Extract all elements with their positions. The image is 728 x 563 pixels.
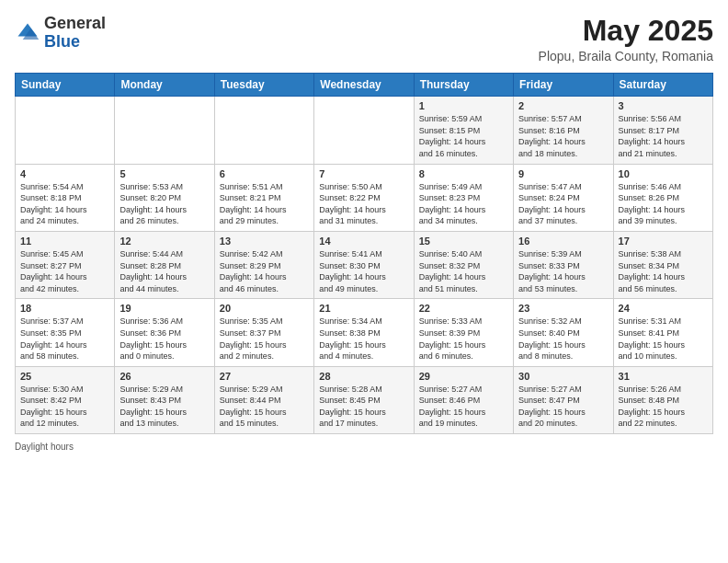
day-number: 28 (319, 371, 408, 382)
day-number: 21 (319, 303, 408, 314)
calendar-cell: 12Sunrise: 5:44 AM Sunset: 8:28 PM Dayli… (115, 231, 214, 298)
day-number: 16 (518, 236, 608, 247)
calendar-table: SundayMondayTuesdayWednesdayThursdayFrid… (15, 73, 713, 434)
calendar-cell (214, 97, 313, 164)
calendar-cell: 15Sunrise: 5:40 AM Sunset: 8:32 PM Dayli… (414, 231, 513, 298)
day-info: Sunrise: 5:28 AM Sunset: 8:45 PM Dayligh… (319, 384, 408, 430)
page: General Blue May 2025 Plopu, Braila Coun… (0, 0, 728, 463)
calendar-cell: 28Sunrise: 5:28 AM Sunset: 8:45 PM Dayli… (314, 366, 414, 433)
weekday-header-monday: Monday (115, 74, 214, 97)
logo-general-text: General (44, 14, 106, 32)
day-number: 2 (518, 100, 608, 111)
weekday-header-wednesday: Wednesday (314, 74, 414, 97)
title-block: May 2025 Plopu, Braila County, Romania (539, 15, 713, 63)
day-number: 17 (619, 236, 708, 247)
calendar-cell: 20Sunrise: 5:35 AM Sunset: 8:37 PM Dayli… (214, 299, 313, 366)
day-info: Sunrise: 5:49 AM Sunset: 8:23 PM Dayligh… (419, 181, 508, 227)
day-number: 3 (619, 100, 708, 111)
day-number: 31 (619, 371, 708, 382)
day-info: Sunrise: 5:36 AM Sunset: 8:36 PM Dayligh… (119, 316, 209, 362)
day-info: Sunrise: 5:32 AM Sunset: 8:40 PM Dayligh… (518, 316, 608, 362)
day-number: 19 (119, 303, 209, 314)
calendar-cell: 21Sunrise: 5:34 AM Sunset: 8:38 PM Dayli… (314, 299, 414, 366)
day-number: 8 (419, 168, 508, 179)
calendar-cell (314, 97, 414, 164)
calendar-cell: 3Sunrise: 5:56 AM Sunset: 8:17 PM Daylig… (613, 97, 712, 164)
footer: Daylight hours (15, 442, 713, 452)
weekday-header-thursday: Thursday (414, 74, 513, 97)
header: General Blue May 2025 Plopu, Braila Coun… (15, 15, 713, 63)
calendar-week-row: 11Sunrise: 5:45 AM Sunset: 8:27 PM Dayli… (16, 231, 713, 298)
day-number: 10 (619, 168, 708, 179)
day-number: 26 (119, 371, 209, 382)
calendar-cell: 4Sunrise: 5:54 AM Sunset: 8:18 PM Daylig… (16, 164, 115, 231)
day-info: Sunrise: 5:40 AM Sunset: 8:32 PM Dayligh… (419, 248, 508, 294)
calendar-cell: 9Sunrise: 5:47 AM Sunset: 8:24 PM Daylig… (514, 164, 613, 231)
calendar-cell: 7Sunrise: 5:50 AM Sunset: 8:22 PM Daylig… (314, 164, 414, 231)
day-info: Sunrise: 5:56 AM Sunset: 8:17 PM Dayligh… (619, 113, 708, 159)
day-info: Sunrise: 5:31 AM Sunset: 8:41 PM Dayligh… (619, 316, 708, 362)
day-info: Sunrise: 5:27 AM Sunset: 8:47 PM Dayligh… (518, 384, 608, 430)
day-number: 30 (518, 371, 608, 382)
calendar-cell: 25Sunrise: 5:30 AM Sunset: 8:42 PM Dayli… (16, 366, 115, 433)
day-number: 7 (319, 168, 408, 179)
day-info: Sunrise: 5:38 AM Sunset: 8:34 PM Dayligh… (619, 248, 708, 294)
weekday-header-sunday: Sunday (16, 74, 115, 97)
day-info: Sunrise: 5:41 AM Sunset: 8:30 PM Dayligh… (319, 248, 408, 294)
calendar-cell: 10Sunrise: 5:46 AM Sunset: 8:26 PM Dayli… (613, 164, 712, 231)
calendar-cell: 8Sunrise: 5:49 AM Sunset: 8:23 PM Daylig… (414, 164, 513, 231)
day-info: Sunrise: 5:50 AM Sunset: 8:22 PM Dayligh… (319, 181, 408, 227)
subtitle: Plopu, Braila County, Romania (539, 49, 713, 63)
day-info: Sunrise: 5:42 AM Sunset: 8:29 PM Dayligh… (220, 248, 309, 294)
logo-blue-text: Blue (44, 32, 80, 51)
weekday-header-friday: Friday (514, 74, 613, 97)
calendar-cell: 17Sunrise: 5:38 AM Sunset: 8:34 PM Dayli… (613, 231, 712, 298)
day-info: Sunrise: 5:47 AM Sunset: 8:24 PM Dayligh… (518, 181, 608, 227)
day-info: Sunrise: 5:53 AM Sunset: 8:20 PM Dayligh… (119, 181, 209, 227)
day-info: Sunrise: 5:37 AM Sunset: 8:35 PM Dayligh… (20, 316, 109, 362)
day-number: 18 (20, 303, 109, 314)
day-number: 4 (20, 168, 109, 179)
calendar-cell: 31Sunrise: 5:26 AM Sunset: 8:48 PM Dayli… (613, 366, 712, 433)
logo: General Blue (15, 15, 106, 52)
calendar-week-row: 4Sunrise: 5:54 AM Sunset: 8:18 PM Daylig… (16, 164, 713, 231)
day-number: 11 (20, 236, 109, 247)
day-number: 29 (419, 371, 508, 382)
calendar-cell: 19Sunrise: 5:36 AM Sunset: 8:36 PM Dayli… (115, 299, 214, 366)
day-number: 6 (220, 168, 309, 179)
day-number: 22 (419, 303, 508, 314)
daylight-hours-label: Daylight hours (15, 442, 74, 452)
weekday-header-tuesday: Tuesday (214, 74, 313, 97)
day-info: Sunrise: 5:59 AM Sunset: 8:15 PM Dayligh… (419, 113, 508, 159)
calendar-cell: 16Sunrise: 5:39 AM Sunset: 8:33 PM Dayli… (514, 231, 613, 298)
calendar-cell: 14Sunrise: 5:41 AM Sunset: 8:30 PM Dayli… (314, 231, 414, 298)
calendar-cell: 1Sunrise: 5:59 AM Sunset: 8:15 PM Daylig… (414, 97, 513, 164)
calendar-cell: 11Sunrise: 5:45 AM Sunset: 8:27 PM Dayli… (16, 231, 115, 298)
calendar-cell: 6Sunrise: 5:51 AM Sunset: 8:21 PM Daylig… (214, 164, 313, 231)
day-info: Sunrise: 5:27 AM Sunset: 8:46 PM Dayligh… (419, 384, 508, 430)
day-info: Sunrise: 5:51 AM Sunset: 8:21 PM Dayligh… (220, 181, 309, 227)
day-number: 23 (518, 303, 608, 314)
calendar-cell: 13Sunrise: 5:42 AM Sunset: 8:29 PM Dayli… (214, 231, 313, 298)
day-info: Sunrise: 5:45 AM Sunset: 8:27 PM Dayligh… (20, 248, 109, 294)
calendar-cell: 22Sunrise: 5:33 AM Sunset: 8:39 PM Dayli… (414, 299, 513, 366)
day-info: Sunrise: 5:29 AM Sunset: 8:43 PM Dayligh… (119, 384, 209, 430)
day-number: 9 (518, 168, 608, 179)
day-info: Sunrise: 5:30 AM Sunset: 8:42 PM Dayligh… (20, 384, 109, 430)
day-info: Sunrise: 5:26 AM Sunset: 8:48 PM Dayligh… (619, 384, 708, 430)
calendar-cell: 24Sunrise: 5:31 AM Sunset: 8:41 PM Dayli… (613, 299, 712, 366)
calendar-cell: 29Sunrise: 5:27 AM Sunset: 8:46 PM Dayli… (414, 366, 513, 433)
calendar-cell (115, 97, 214, 164)
calendar-cell: 30Sunrise: 5:27 AM Sunset: 8:47 PM Dayli… (514, 366, 613, 433)
calendar-week-row: 18Sunrise: 5:37 AM Sunset: 8:35 PM Dayli… (16, 299, 713, 366)
weekday-header-saturday: Saturday (613, 74, 712, 97)
calendar-cell: 26Sunrise: 5:29 AM Sunset: 8:43 PM Dayli… (115, 366, 214, 433)
day-info: Sunrise: 5:33 AM Sunset: 8:39 PM Dayligh… (419, 316, 508, 362)
day-info: Sunrise: 5:35 AM Sunset: 8:37 PM Dayligh… (220, 316, 309, 362)
day-number: 24 (619, 303, 708, 314)
calendar-cell: 5Sunrise: 5:53 AM Sunset: 8:20 PM Daylig… (115, 164, 214, 231)
day-info: Sunrise: 5:57 AM Sunset: 8:16 PM Dayligh… (518, 113, 608, 159)
day-info: Sunrise: 5:54 AM Sunset: 8:18 PM Dayligh… (20, 181, 109, 227)
calendar-cell: 2Sunrise: 5:57 AM Sunset: 8:16 PM Daylig… (514, 97, 613, 164)
month-title: May 2025 (539, 15, 713, 47)
